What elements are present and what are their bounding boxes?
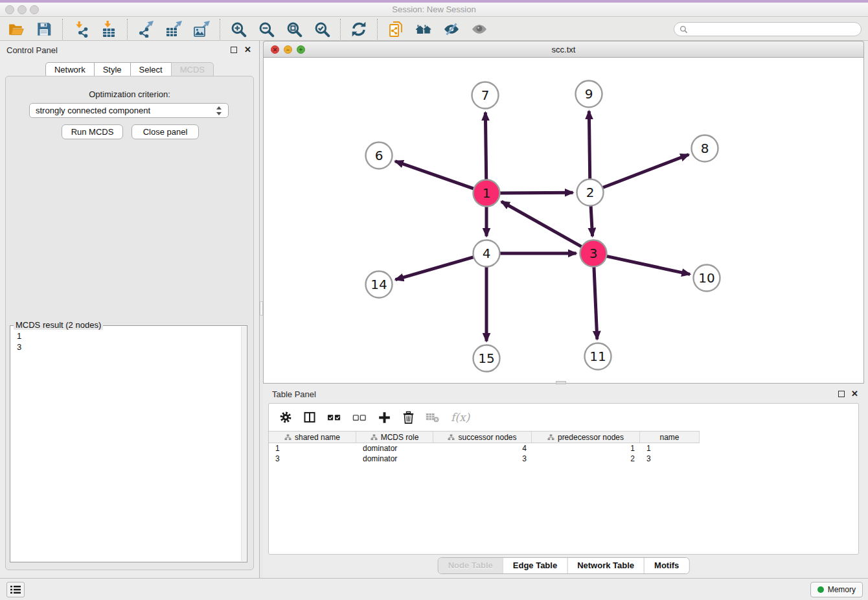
table-settings-button[interactable]	[279, 411, 292, 424]
graph-edge-1-2[interactable]	[499, 192, 573, 193]
tab-network-table[interactable]: Network Table	[567, 558, 644, 573]
import-table-button[interactable]	[98, 19, 120, 39]
delete-row-button[interactable]	[402, 411, 415, 424]
tab-node-table[interactable]: Node Table	[439, 558, 503, 573]
first-neighbors-button[interactable]	[413, 19, 435, 39]
mcds-result-node: 3	[17, 341, 240, 352]
table-cell[interactable]: 4	[433, 443, 532, 454]
delete-table-button[interactable]	[426, 411, 440, 423]
select-stepper-icon	[216, 105, 224, 117]
mcds-result-node: 1	[17, 330, 240, 341]
column-sort-icon	[448, 434, 455, 441]
table-cell[interactable]: 3	[640, 454, 700, 464]
memory-status-icon	[817, 586, 824, 593]
graph-edge-4-14[interactable]	[395, 257, 474, 279]
graph-edge-2-9[interactable]	[589, 111, 589, 179]
export-network-button[interactable]	[135, 19, 157, 39]
result-scrollbar[interactable]	[241, 327, 246, 561]
export-network-icon	[137, 21, 154, 38]
network-graph[interactable]: 1234678910111415	[264, 58, 863, 382]
close-panel-button[interactable]: Close panel	[131, 124, 199, 139]
unchecked-boxes-icon	[352, 411, 367, 424]
column-header-MCDS-role[interactable]: MCDS role	[356, 432, 433, 443]
graph-edge-3-1[interactable]	[501, 202, 582, 247]
task-history-button[interactable]	[6, 582, 25, 597]
import-network-button[interactable]	[70, 19, 92, 39]
checked-boxes-icon	[327, 411, 341, 424]
refresh-icon	[350, 21, 367, 38]
float-panel-icon[interactable]	[231, 47, 237, 53]
column-header-shared-name[interactable]: shared name	[269, 432, 356, 443]
column-header-successor-nodes[interactable]: successor nodes	[433, 432, 532, 443]
table-cell[interactable]: 3	[269, 454, 356, 464]
graph-node-label-11: 11	[589, 349, 606, 364]
column-header-predecessor-nodes[interactable]: predecessor nodes	[532, 432, 640, 443]
refresh-view-button[interactable]	[348, 19, 370, 39]
toolbar-separator	[62, 19, 63, 40]
graph-node-label-7: 7	[481, 87, 490, 103]
window-titlebar: Session: New Session	[0, 3, 868, 17]
trash-icon	[402, 411, 415, 424]
run-mcds-button[interactable]: Run MCDS	[62, 124, 123, 139]
columns-icon	[303, 411, 316, 424]
column-sort-icon	[371, 434, 378, 441]
control-panel: Control Panel ✕ Network Style Select MCD…	[0, 41, 260, 578]
function-builder-button[interactable]: f(x)	[451, 411, 470, 424]
network-canvas[interactable]: 1234678910111415	[263, 58, 864, 384]
table-toolbar: f(x)	[269, 404, 858, 431]
clone-network-button[interactable]	[385, 19, 407, 39]
mcds-result-title: MCDS result (2 nodes)	[14, 320, 103, 330]
zoom-in-icon	[230, 21, 247, 38]
graph-edge-3-11[interactable]	[594, 266, 597, 339]
mcds-result-list: 1 3	[10, 326, 247, 357]
graph-edge-1-6[interactable]	[395, 161, 475, 189]
deselect-all-button[interactable]	[352, 411, 367, 424]
export-table-button[interactable]	[163, 19, 185, 39]
table-cell[interactable]: 1	[532, 443, 640, 454]
save-session-button[interactable]	[33, 19, 55, 39]
toolbar-separator	[127, 19, 128, 40]
zoom-selected-button[interactable]	[311, 19, 333, 39]
zoom-fit-icon	[286, 21, 303, 38]
network-window-titlebar[interactable]: ✕ − + scc.txt	[263, 41, 864, 58]
graph-node-label-15: 15	[478, 351, 494, 366]
graph-edge-2-3[interactable]	[591, 205, 593, 236]
zoom-out-button[interactable]	[255, 19, 277, 39]
table-cell[interactable]: 1	[640, 443, 700, 454]
table-cell[interactable]: dominator	[356, 443, 433, 454]
graph-edge-1-7[interactable]	[485, 112, 486, 180]
table-cell[interactable]: 1	[269, 443, 356, 454]
memory-button[interactable]: Memory	[810, 582, 863, 597]
close-table-panel-icon[interactable]: ✕	[851, 389, 858, 398]
show-all-button[interactable]	[468, 19, 490, 39]
float-table-panel-icon[interactable]	[838, 391, 845, 397]
column-header-label: MCDS role	[381, 433, 419, 442]
table-cell[interactable]: dominator	[356, 454, 433, 464]
folder-open-icon	[8, 21, 25, 38]
open-session-button[interactable]	[5, 19, 27, 39]
graph-edge-2-8[interactable]	[602, 155, 689, 189]
hide-selected-button[interactable]	[440, 19, 463, 39]
graph-edge-3-10[interactable]	[606, 256, 690, 274]
table-cell[interactable]: 3	[433, 454, 532, 464]
zoom-in-button[interactable]	[227, 19, 249, 39]
search-input[interactable]	[674, 22, 862, 36]
column-header-label: name	[659, 433, 679, 442]
zoom-fit-button[interactable]	[283, 19, 305, 39]
close-panel-icon[interactable]: ✕	[244, 45, 251, 54]
add-row-button[interactable]	[378, 411, 391, 424]
optimization-criterion-select[interactable]: strongly connected component	[29, 103, 229, 118]
canvas-splitter-handle[interactable]	[556, 381, 566, 384]
tab-edge-table[interactable]: Edge Table	[503, 558, 567, 573]
export-image-button[interactable]	[190, 19, 212, 39]
column-header-name[interactable]: name	[640, 432, 700, 443]
table-row[interactable]: 3dominator323	[269, 454, 700, 464]
node-table: shared nameMCDS rolesuccessor nodesprede…	[269, 431, 700, 464]
select-all-button[interactable]	[327, 411, 341, 424]
table-row[interactable]: 1dominator411	[269, 443, 700, 454]
tab-motifs[interactable]: Motifs	[644, 558, 689, 573]
table-cell[interactable]: 2	[532, 454, 640, 464]
show-column-button[interactable]	[303, 411, 316, 424]
control-panel-header: Control Panel ✕	[0, 41, 259, 59]
import-network-icon	[73, 21, 89, 38]
